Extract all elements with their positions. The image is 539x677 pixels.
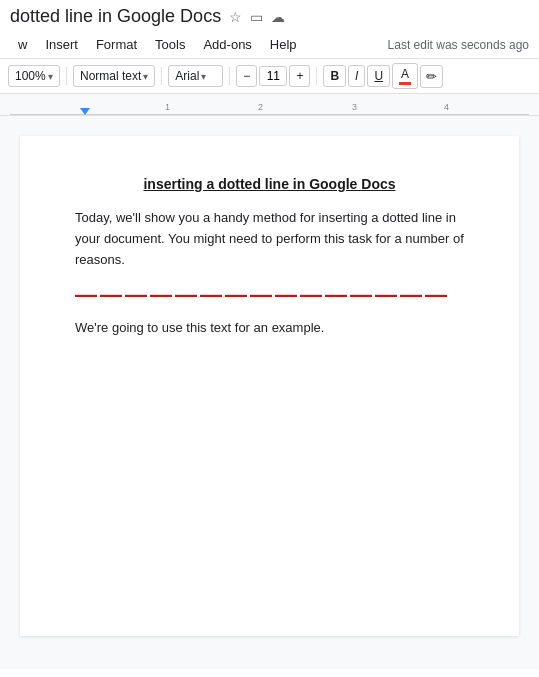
doc-area: inserting a dotted line in Google Docs T… [0, 116, 539, 669]
separator-4 [316, 67, 317, 85]
dash-segment-4: — [150, 284, 170, 306]
ruler-mark-2: 2 [258, 102, 263, 112]
ruler: 1 2 3 4 [0, 94, 539, 116]
font-size-input[interactable] [259, 66, 287, 86]
italic-button[interactable]: I [348, 65, 365, 87]
separator-1 [66, 67, 67, 85]
font-selector[interactable]: Arial ▾ [168, 65, 223, 87]
separator-2 [161, 67, 162, 85]
doc-page: inserting a dotted line in Google Docs T… [20, 136, 519, 636]
dash-segment-12: — [350, 284, 370, 306]
menu-item-format[interactable]: Format [88, 33, 145, 56]
doc-heading: inserting a dotted line in Google Docs [75, 176, 464, 192]
last-edit-status: Last edit was seconds ago [388, 38, 529, 52]
zoom-value: 100% [15, 69, 46, 83]
menu-bar: w Insert Format Tools Add-ons Help Last … [0, 31, 539, 59]
doc-paragraph-1: Today, we'll show you a handy method for… [75, 208, 464, 270]
menu-item-help[interactable]: Help [262, 33, 305, 56]
zoom-selector[interactable]: 100% ▾ [8, 65, 60, 87]
text-style-value: Normal text [80, 69, 141, 83]
font-size-increase-button[interactable]: + [289, 65, 310, 87]
font-chevron: ▾ [201, 71, 206, 82]
dash-segment-6: — [200, 284, 220, 306]
font-size-controls: − + [236, 65, 310, 87]
dash-segment-2: — [100, 284, 120, 306]
dash-segment-7: — [225, 284, 245, 306]
style-group: Normal text ▾ [73, 65, 155, 87]
dash-segment-11: — [325, 284, 345, 306]
title-icons: ☆ ▭ ☁ [229, 9, 285, 25]
highlighter-button[interactable]: ✏ [420, 65, 443, 88]
dash-segment-15: — [425, 284, 445, 306]
ruler-mark-1: 1 [165, 102, 170, 112]
menu-item-file[interactable]: w [10, 33, 35, 56]
font-value: Arial [175, 69, 199, 83]
dash-segment-9: — [275, 284, 295, 306]
dash-segment-10: — [300, 284, 320, 306]
separator-3 [229, 67, 230, 85]
dotted-line-row: — — — — — — — — — — — — — — — [75, 284, 464, 306]
style-chevron: ▾ [143, 71, 148, 82]
dash-segment-14: — [400, 284, 420, 306]
underline-button[interactable]: U [367, 65, 390, 87]
dash-segment-13: — [375, 284, 395, 306]
dash-segment-5: — [175, 284, 195, 306]
font-group: Arial ▾ [168, 65, 223, 87]
text-style-selector[interactable]: Normal text ▾ [73, 65, 155, 87]
zoom-chevron: ▾ [48, 71, 53, 82]
font-color-button[interactable]: A [392, 63, 418, 89]
star-icon[interactable]: ☆ [229, 9, 242, 25]
menu-item-addons[interactable]: Add-ons [195, 33, 259, 56]
ruler-mark-4: 4 [444, 102, 449, 112]
ruler-mark-3: 3 [352, 102, 357, 112]
ruler-marks: 1 2 3 4 [10, 94, 529, 115]
cloud-icon[interactable]: ☁ [271, 9, 285, 25]
dash-segment-3: — [125, 284, 145, 306]
menu-item-insert[interactable]: Insert [37, 33, 86, 56]
ruler-tab-indicator [80, 108, 90, 115]
dash-segment-8: — [250, 284, 270, 306]
zoom-group: 100% ▾ [8, 65, 60, 87]
dash-segment-1: — [75, 284, 95, 306]
doc-paragraph-2: We're going to use this text for an exam… [75, 320, 464, 335]
font-size-decrease-button[interactable]: − [236, 65, 257, 87]
font-color-letter: A [401, 67, 409, 81]
toolbar: 100% ▾ Normal text ▾ Arial ▾ − + B I U A [0, 59, 539, 94]
font-color-underline [399, 82, 411, 85]
menu-item-tools[interactable]: Tools [147, 33, 193, 56]
font-color-icon: A [399, 67, 411, 85]
title-bar: dotted line in Google Docs ☆ ▭ ☁ [0, 0, 539, 31]
formatting-group: B I U A ✏ [323, 63, 443, 89]
folder-icon[interactable]: ▭ [250, 9, 263, 25]
doc-title: dotted line in Google Docs [10, 6, 221, 27]
bold-button[interactable]: B [323, 65, 346, 87]
